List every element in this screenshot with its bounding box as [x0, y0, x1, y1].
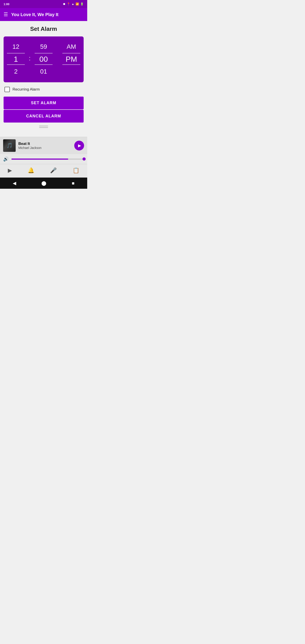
minute-below-cell: 01	[32, 67, 55, 76]
time-current-row: 1 : 00 PM	[5, 53, 82, 65]
hour-above-cell: 12	[5, 42, 27, 51]
volume-bar-fill	[12, 158, 68, 160]
menu-icon[interactable]: ☰	[4, 12, 8, 18]
volume-icon: 🔊	[3, 156, 9, 162]
play-icon: ▶	[78, 143, 81, 148]
play-nav-icon: ▶	[8, 167, 12, 174]
action-buttons: SET ALARM CANCEL ALARM	[4, 96, 84, 122]
wifi-icon: ▲	[72, 2, 74, 6]
recurring-checkbox[interactable]	[4, 87, 10, 92]
minute-below-value: 01	[40, 67, 47, 76]
record-icon: ⏺	[63, 2, 66, 6]
period-spacer-above	[55, 42, 60, 51]
bottom-navigation: ▶ 🔔 🎤 📋	[0, 164, 87, 178]
hour-current-cell[interactable]: 1	[5, 53, 27, 65]
main-content: Set Alarm 12 59 AM 1 :	[0, 21, 87, 137]
period-above-cell: AM	[60, 42, 82, 51]
app-header: ☰ You Love It, We Play It	[0, 8, 87, 21]
hour-below-value: 2	[14, 67, 18, 76]
period-above-value: AM	[67, 42, 76, 51]
period-spacer-below	[55, 67, 60, 76]
album-art-placeholder: 🎵	[3, 139, 16, 152]
separator-spacer-below	[28, 67, 32, 76]
system-nav-bar: ◀ ⬤ ■	[0, 178, 87, 189]
drag-handle	[39, 126, 48, 128]
period-current-value: PM	[66, 54, 77, 64]
contacts-nav-icon: 📋	[73, 167, 80, 174]
drag-handle-area	[4, 122, 84, 130]
battery-icon: 🔋	[80, 2, 84, 6]
status-bar: 1:00 ⏺ 📍 ▲ 📶 🔋	[0, 0, 87, 8]
period-spacer-current	[55, 55, 60, 63]
minute-current-value: 00	[39, 54, 48, 64]
status-time: 1:00	[4, 2, 10, 6]
now-playing-bar: 🎵 Beat It Michael Jackson ▶	[0, 137, 87, 154]
hour-above-value: 12	[12, 42, 19, 51]
app-title: You Love It, We Play It	[11, 12, 58, 17]
minute-above-value: 59	[40, 42, 47, 51]
track-title: Beat It	[18, 142, 72, 146]
nav-item-play[interactable]: ▶	[4, 166, 16, 174]
hour-current-value: 1	[14, 54, 18, 64]
nav-item-voice[interactable]: 🎤	[46, 166, 61, 174]
track-info: Beat It Michael Jackson	[18, 142, 72, 150]
play-button[interactable]: ▶	[74, 141, 84, 150]
set-alarm-button[interactable]: SET ALARM	[4, 96, 84, 109]
cancel-alarm-button[interactable]: CANCEL ALARM	[4, 110, 84, 122]
status-icons: ⏺ 📍 ▲ 📶 🔋	[63, 2, 84, 6]
recents-button[interactable]: ■	[72, 181, 74, 186]
signal-icon: 📶	[76, 2, 79, 6]
back-button[interactable]: ◀	[13, 180, 16, 186]
volume-slider-track[interactable]	[12, 158, 84, 160]
alarm-nav-icon: 🔔	[28, 167, 34, 174]
time-colon-separator: :	[28, 55, 32, 63]
volume-slider-thumb[interactable]	[82, 158, 86, 160]
voice-nav-icon: 🎤	[50, 167, 57, 174]
period-current-cell[interactable]: PM	[60, 53, 82, 65]
location-icon: 📍	[67, 2, 70, 6]
album-art: 🎵	[3, 139, 16, 152]
separator-spacer-above	[28, 42, 32, 51]
page-title: Set Alarm	[30, 26, 57, 32]
hour-below-cell: 2	[5, 67, 27, 76]
nav-item-contacts[interactable]: 📋	[69, 166, 84, 174]
time-below-row: 2 01	[5, 67, 82, 76]
volume-row: 🔊	[0, 154, 87, 164]
time-above-row: 12 59 AM	[5, 42, 82, 51]
track-artist: Michael Jackson	[18, 146, 72, 150]
minute-above-cell: 59	[32, 42, 55, 51]
nav-item-alarm[interactable]: 🔔	[24, 166, 38, 174]
home-button[interactable]: ⬤	[41, 180, 46, 186]
time-picker[interactable]: 12 59 AM 1 : 00	[4, 36, 84, 82]
minute-current-cell[interactable]: 00	[32, 53, 55, 65]
recurring-row: Recurring Alarm	[4, 87, 84, 92]
recurring-label: Recurring Alarm	[12, 87, 40, 92]
